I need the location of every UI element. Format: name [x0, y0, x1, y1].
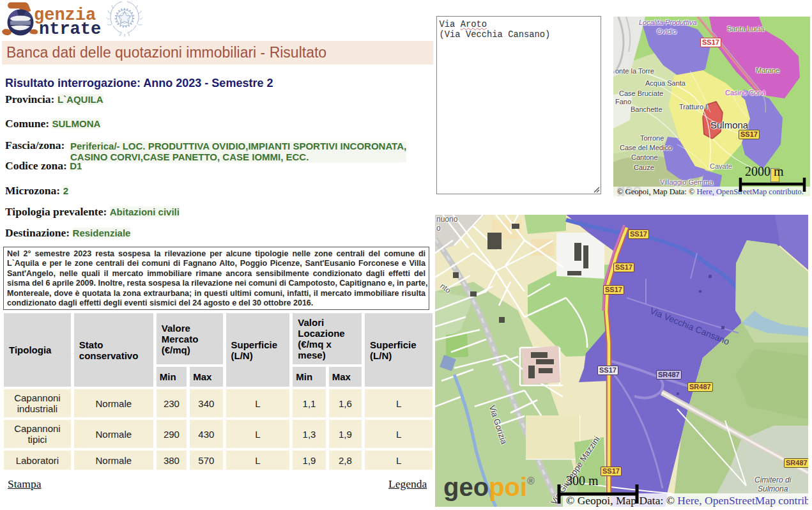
svg-text:ntrate: ntrate: [39, 20, 101, 38]
